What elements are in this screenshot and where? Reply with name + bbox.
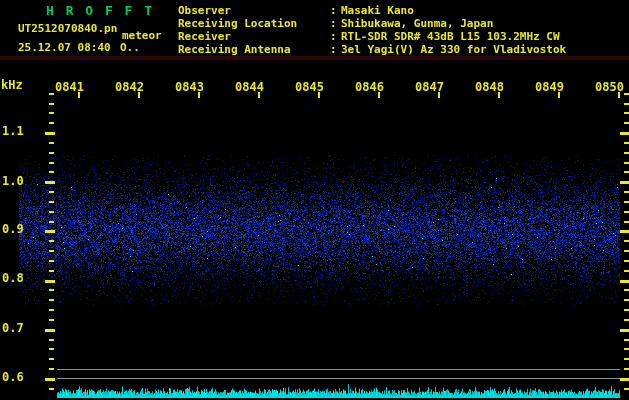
freq-tick-left — [45, 280, 55, 283]
freq-tick-right — [624, 339, 629, 341]
freq-tick-left — [49, 368, 54, 370]
info-value: 3el Yagi(V) Az 330 for Vladivostok — [341, 43, 566, 56]
freq-tick-left — [49, 191, 54, 193]
datetime-label: 25.12.07 08:40 — [18, 42, 111, 53]
freq-label: 0.9 — [2, 223, 24, 235]
freq-label: 1.1 — [2, 125, 24, 137]
freq-tick-left — [49, 250, 54, 252]
freq-tick-left — [49, 122, 54, 124]
freq-label: 1.0 — [2, 175, 24, 187]
time-label: 0845 — [295, 81, 324, 93]
app-title: H R O F F T — [46, 4, 154, 17]
freq-tick-right — [624, 250, 629, 252]
freq-tick-right — [624, 260, 629, 262]
level-line-lower — [57, 378, 620, 379]
info-colon: : — [330, 4, 341, 17]
freq-tick-left — [45, 329, 55, 332]
echo-counter: O.. — [120, 42, 140, 53]
info-label: Receiving Antenna — [178, 43, 330, 56]
freq-tick-left — [49, 240, 54, 242]
freq-tick-left — [45, 132, 55, 135]
info-colon: : — [330, 43, 341, 56]
info-row: Receiving Antenna:3el Yagi(V) Az 330 for… — [178, 43, 566, 56]
freq-tick-left — [49, 162, 54, 164]
freq-tick-right — [624, 93, 629, 95]
freq-tick-right — [624, 368, 629, 370]
info-row: Receiving Location:Shibukawa, Gunma, Jap… — [178, 17, 566, 30]
time-label: 0848 — [475, 81, 504, 93]
freq-tick-right — [620, 132, 629, 135]
freq-tick-left — [49, 348, 54, 350]
freq-tick-left — [49, 93, 54, 95]
freq-tick-right — [624, 270, 629, 272]
freq-tick-right — [620, 230, 629, 233]
station-info: Observer:Masaki Kano Receiving Location:… — [178, 4, 566, 56]
freq-tick-left — [49, 260, 54, 262]
info-colon: : — [330, 30, 341, 43]
output-filename: UT2512070840.pn — [18, 23, 117, 34]
freq-label: 0.8 — [2, 272, 24, 284]
freq-tick-left — [49, 112, 54, 114]
freq-tick-left — [45, 230, 55, 233]
info-value: Masaki Kano — [341, 4, 414, 17]
freq-tick-left — [49, 319, 54, 321]
freq-axis-unit: kHz — [1, 79, 23, 91]
info-value: Shibukawa, Gunma, Japan — [341, 17, 493, 30]
freq-tick-left — [49, 270, 54, 272]
hrofft-window: H R O F F T UT2512070840.pn meteor 25.12… — [0, 0, 629, 400]
info-value: RTL-SDR SDR# 43dB L15 103.2MHz CW — [341, 30, 560, 43]
freq-tick-left — [49, 201, 54, 203]
freq-tick-right — [620, 329, 629, 332]
freq-tick-right — [620, 280, 629, 283]
info-label: Observer — [178, 4, 330, 17]
level-line-upper — [57, 369, 620, 370]
freq-tick-right — [624, 211, 629, 213]
time-label: 0841 — [55, 81, 84, 93]
freq-tick-right — [620, 181, 629, 184]
freq-tick-right — [624, 201, 629, 203]
freq-tick-right — [624, 122, 629, 124]
freq-tick-right — [624, 358, 629, 360]
time-label: 0849 — [535, 81, 564, 93]
freq-tick-left — [49, 142, 54, 144]
freq-tick-left — [49, 103, 54, 105]
freq-tick-left — [49, 388, 54, 390]
time-label: 0842 — [115, 81, 144, 93]
freq-label: 0.6 — [2, 371, 24, 383]
time-label: 0844 — [235, 81, 264, 93]
freq-tick-left — [49, 152, 54, 154]
freq-tick-left — [49, 221, 54, 223]
time-label: 0850 — [595, 81, 624, 93]
freq-tick-right — [624, 142, 629, 144]
header-separator — [0, 56, 629, 60]
spectrogram-canvas — [0, 0, 629, 400]
freq-tick-left — [49, 358, 54, 360]
freq-tick-right — [624, 171, 629, 173]
time-label: 0846 — [355, 81, 384, 93]
freq-tick-right — [624, 221, 629, 223]
freq-tick-right — [624, 348, 629, 350]
freq-tick-right — [624, 240, 629, 242]
freq-tick-right — [624, 103, 629, 105]
freq-tick-left — [49, 171, 54, 173]
freq-tick-left — [49, 309, 54, 311]
mode-label: meteor — [122, 30, 162, 41]
freq-tick-left — [45, 378, 55, 381]
freq-tick-left — [49, 299, 54, 301]
freq-tick-right — [624, 319, 629, 321]
info-row: Observer:Masaki Kano — [178, 4, 566, 17]
freq-tick-right — [624, 162, 629, 164]
info-row: Receiver:RTL-SDR SDR# 43dB L15 103.2MHz … — [178, 30, 566, 43]
freq-tick-right — [624, 289, 629, 291]
freq-tick-right — [624, 309, 629, 311]
freq-tick-right — [624, 299, 629, 301]
freq-tick-left — [49, 339, 54, 341]
freq-tick-right — [620, 378, 629, 381]
freq-tick-right — [624, 388, 629, 390]
info-label: Receiver — [178, 30, 330, 43]
freq-tick-right — [624, 191, 629, 193]
time-label: 0847 — [415, 81, 444, 93]
time-label: 0843 — [175, 81, 204, 93]
freq-tick-left — [45, 181, 55, 184]
info-colon: : — [330, 17, 341, 30]
